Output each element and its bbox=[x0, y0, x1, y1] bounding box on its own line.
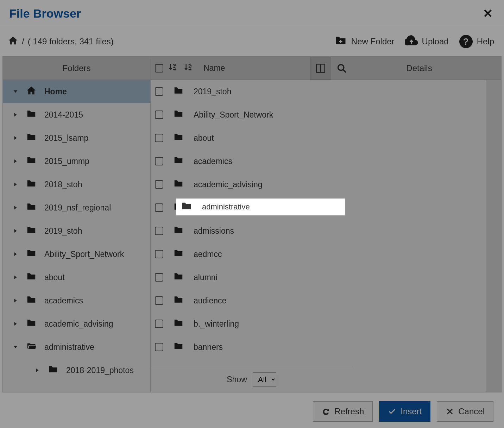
help-label: Help bbox=[477, 37, 494, 46]
folder-icon bbox=[26, 178, 37, 191]
row-checkbox[interactable] bbox=[155, 320, 163, 328]
toolbar: / ( 149 folders, 341 files) New Folder U… bbox=[0, 27, 504, 56]
row-label: audience bbox=[194, 296, 226, 306]
tree-item[interactable]: Ability_Sport_Network bbox=[3, 243, 150, 266]
folder-icon bbox=[173, 248, 184, 260]
folder-icon bbox=[173, 225, 184, 237]
highlighted-row[interactable]: administrative bbox=[176, 199, 345, 215]
upload-button[interactable]: Upload bbox=[405, 34, 449, 49]
chevron-right-icon bbox=[34, 368, 40, 373]
row-checkbox[interactable] bbox=[155, 157, 163, 165]
tree-item[interactable]: administrative bbox=[3, 335, 150, 359]
row-label: academics bbox=[194, 157, 232, 166]
insert-button[interactable]: Insert bbox=[379, 401, 430, 422]
tree-item[interactable]: 2015_ummp bbox=[3, 150, 150, 173]
tree-item[interactable]: 2015_lsamp bbox=[3, 126, 150, 150]
list-row[interactable]: aedmcc bbox=[151, 243, 352, 266]
chevron-right-icon bbox=[13, 321, 18, 326]
titlebar: File Browser ✕ bbox=[0, 0, 504, 27]
folders-header: Folders bbox=[3, 57, 150, 80]
tree-item[interactable]: 2018_stoh bbox=[3, 173, 150, 196]
sort-az-button[interactable] bbox=[169, 62, 179, 74]
list-row[interactable]: Ability_Sport_Network bbox=[151, 103, 352, 126]
tree-item[interactable]: 2019_nsf_regional bbox=[3, 196, 150, 219]
home-icon[interactable] bbox=[8, 35, 18, 48]
folder-icon bbox=[173, 155, 184, 168]
refresh-button[interactable]: Refresh bbox=[313, 401, 373, 422]
tree-home-label: Home bbox=[44, 87, 67, 96]
select-all-checkbox[interactable] bbox=[155, 64, 163, 73]
folder-icon bbox=[26, 155, 37, 168]
help-icon: ? bbox=[459, 35, 473, 48]
tree-item-label: 2014-2015 bbox=[44, 110, 83, 120]
tree-item-label: 2018-2019_photos bbox=[66, 366, 134, 375]
home-icon bbox=[26, 85, 37, 98]
list-row[interactable]: academic_advising bbox=[151, 173, 352, 196]
folder-icon bbox=[26, 132, 37, 144]
tree-item-label: 2019_stoh bbox=[44, 226, 82, 236]
tree-item-label: Ability_Sport_Network bbox=[44, 250, 124, 259]
columns-toggle-button[interactable] bbox=[310, 57, 331, 80]
row-label: 2019_stoh bbox=[194, 87, 231, 96]
tree-child-item[interactable]: 2018-2019_photos bbox=[3, 359, 150, 382]
chevron-right-icon bbox=[13, 228, 18, 233]
folder-icon bbox=[26, 271, 37, 284]
row-checkbox[interactable] bbox=[155, 227, 163, 235]
row-checkbox[interactable] bbox=[155, 273, 163, 282]
row-checkbox[interactable] bbox=[155, 180, 163, 189]
list-row[interactable]: b._winterling bbox=[151, 312, 352, 335]
folder-icon bbox=[173, 108, 184, 121]
folder-icon bbox=[173, 132, 184, 144]
row-checkbox[interactable] bbox=[155, 296, 163, 305]
chevron-right-icon bbox=[13, 136, 18, 140]
row-checkbox[interactable] bbox=[155, 343, 163, 351]
row-checkbox[interactable] bbox=[155, 134, 163, 142]
list-row[interactable]: about bbox=[151, 126, 352, 150]
close-button[interactable]: ✕ bbox=[483, 6, 493, 20]
tree-item-label: academic_advising bbox=[44, 319, 113, 329]
list-row[interactable]: admissions bbox=[151, 219, 352, 243]
row-checkbox[interactable] bbox=[155, 111, 163, 119]
row-label: alumni bbox=[194, 273, 218, 282]
tree-item[interactable]: 2014-2015 bbox=[3, 103, 150, 126]
folder-plus-icon bbox=[334, 34, 347, 49]
chevron-right-icon bbox=[13, 112, 18, 117]
show-select[interactable]: All bbox=[253, 372, 276, 387]
highlighted-row-label: administrative bbox=[202, 202, 250, 212]
list-row[interactable]: banners bbox=[151, 335, 352, 359]
folder-icon bbox=[48, 364, 58, 377]
list-header: Name bbox=[151, 57, 352, 80]
list-row[interactable]: academics bbox=[151, 150, 352, 173]
folder-icon bbox=[181, 200, 192, 214]
tree-home[interactable]: Home bbox=[3, 80, 150, 103]
list-row[interactable]: alumni bbox=[151, 266, 352, 289]
tree-item-label: 2015_ummp bbox=[44, 157, 89, 166]
folder-icon bbox=[26, 341, 37, 353]
name-column-header[interactable]: Name bbox=[203, 63, 225, 73]
cancel-button[interactable]: Cancel bbox=[437, 401, 493, 422]
tree-item[interactable]: academic_advising bbox=[3, 312, 150, 335]
tree-item[interactable]: 2019_stoh bbox=[3, 219, 150, 243]
row-label: aedmcc bbox=[194, 250, 222, 259]
folder-tree: Home 2014-20152015_lsamp2015_ummp2018_st… bbox=[3, 80, 150, 392]
row-checkbox[interactable] bbox=[155, 250, 163, 258]
row-checkbox[interactable] bbox=[155, 87, 163, 96]
tree-item[interactable]: academics bbox=[3, 289, 150, 312]
x-icon bbox=[446, 407, 454, 416]
chevron-right-icon bbox=[13, 252, 18, 257]
help-button[interactable]: ? Help bbox=[459, 35, 494, 48]
row-checkbox[interactable] bbox=[155, 203, 163, 212]
folder-icon bbox=[173, 317, 184, 330]
dialog-title: File Browser bbox=[9, 7, 81, 20]
new-folder-button[interactable]: New Folder bbox=[334, 34, 395, 49]
chevron-right-icon bbox=[13, 298, 18, 303]
row-label: banners bbox=[194, 342, 223, 352]
search-button[interactable] bbox=[331, 57, 352, 80]
new-folder-label: New Folder bbox=[351, 37, 395, 46]
list-row[interactable]: audience bbox=[151, 289, 352, 312]
folder-icon bbox=[173, 178, 184, 191]
list-row[interactable]: 2019_stoh bbox=[151, 80, 352, 103]
tree-item[interactable]: about bbox=[3, 266, 150, 289]
sort-az-button-2[interactable] bbox=[184, 62, 194, 74]
folder-icon bbox=[26, 108, 37, 121]
